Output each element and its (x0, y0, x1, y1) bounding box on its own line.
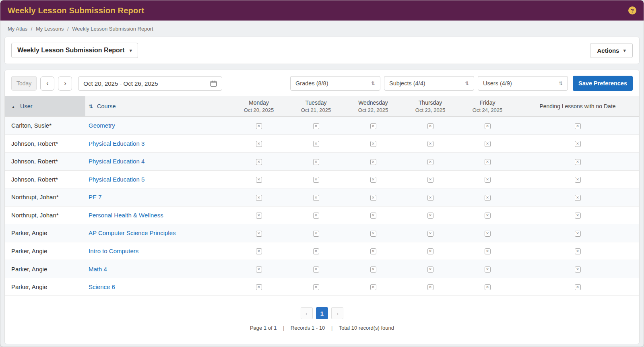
column-header-course[interactable]: ⇅ Course (85, 96, 230, 117)
no-lesson-icon: ✕ (256, 123, 262, 129)
course-link[interactable]: Personal Health & Wellness (89, 212, 163, 219)
calendar-icon[interactable] (210, 80, 217, 87)
wednesday-cell: ✕ (345, 206, 402, 224)
users-filter-select[interactable]: Users (4/9) ⇅ (478, 76, 568, 91)
no-lesson-icon: ✕ (485, 177, 491, 183)
no-lesson-icon: ✕ (370, 141, 376, 147)
save-preferences-button[interactable]: Save Preferences (573, 76, 633, 91)
no-lesson-icon: ✕ (427, 266, 433, 273)
course-link[interactable]: Science 6 (89, 283, 115, 290)
subjects-filter-select[interactable]: Subjects (4/4) ⇅ (384, 76, 474, 91)
wednesday-cell: ✕ (345, 153, 402, 171)
no-lesson-icon: ✕ (427, 213, 433, 219)
friday-cell: ✕ (459, 153, 516, 171)
course-link[interactable]: Math 4 (89, 266, 107, 273)
table-row: Johnson, Robert* Physical Education 5 ✕ … (5, 170, 639, 188)
course-cell: AP Computer Science Principles (85, 224, 230, 242)
report-selector-dropdown[interactable]: Weekly Lesson Submission Report ▾ (11, 43, 138, 58)
no-lesson-icon: ✕ (370, 195, 376, 201)
no-lesson-icon: ✕ (313, 231, 319, 237)
course-link[interactable]: AP Computer Science Principles (89, 229, 176, 236)
tuesday-cell: ✕ (287, 170, 345, 188)
pagination: ‹ 1 › (5, 307, 639, 319)
user-cell: Johnson, Robert* (5, 170, 85, 188)
no-lesson-icon: ✕ (313, 248, 319, 254)
no-lesson-icon: ✕ (575, 231, 581, 237)
day-label: Tuesday (291, 99, 341, 106)
tuesday-cell: ✕ (287, 242, 345, 260)
no-lesson-icon: ✕ (575, 248, 581, 254)
table-row: Johnson, Robert* Physical Education 4 ✕ … (5, 153, 639, 171)
users-filter-value: Users (4/9) (483, 80, 512, 87)
user-cell: Johnson, Robert* (5, 134, 85, 153)
actions-button[interactable]: Actions ▾ (590, 43, 633, 58)
no-lesson-icon: ✕ (485, 213, 491, 219)
grades-filter-select[interactable]: Grades (8/8) ⇅ (290, 76, 380, 91)
no-lesson-icon: ✕ (256, 141, 262, 147)
sort-ascending-icon: ▲ (11, 105, 15, 109)
tuesday-cell: ✕ (287, 224, 345, 242)
no-lesson-icon: ✕ (370, 266, 376, 273)
date-range-input[interactable]: Oct 20, 2025 - Oct 26, 2025 (78, 76, 222, 91)
help-icon[interactable]: ? (628, 6, 636, 14)
friday-cell: ✕ (459, 206, 516, 224)
course-link[interactable]: Geometry (89, 122, 115, 129)
thursday-cell: ✕ (402, 134, 459, 153)
course-cell: Personal Health & Wellness (85, 206, 230, 224)
no-lesson-icon: ✕ (427, 195, 433, 201)
tuesday-cell: ✕ (287, 134, 345, 153)
pagination-next-button[interactable]: › (331, 307, 343, 319)
records-range-text: Records 1 - 10 (291, 325, 325, 331)
today-button[interactable]: Today (11, 76, 37, 91)
column-header-pending: Pending Lessons with no Date (516, 96, 639, 117)
course-cell: Science 6 (85, 278, 230, 296)
previous-week-button[interactable]: ‹ (40, 76, 54, 91)
no-lesson-icon: ✕ (485, 123, 491, 129)
no-lesson-icon: ✕ (575, 159, 581, 165)
report-table: ▲ User ⇅ Course Monday Oct 20, 2025 Tues… (5, 96, 639, 296)
next-week-button[interactable]: › (58, 76, 72, 91)
friday-cell: ✕ (459, 134, 516, 153)
monday-cell: ✕ (230, 170, 287, 188)
day-label: Friday (462, 99, 513, 106)
breadcrumb: My Atlas / My Lessons / Weekly Lesson Su… (0, 21, 644, 37)
friday-cell: ✕ (459, 260, 516, 278)
friday-cell: ✕ (459, 224, 516, 242)
column-header-monday: Monday Oct 20, 2025 (230, 96, 287, 117)
no-lesson-icon: ✕ (485, 195, 491, 201)
breadcrumb-my-atlas[interactable]: My Atlas (8, 26, 27, 32)
column-header-wednesday: Wednesday Oct 22, 2025 (345, 96, 402, 117)
column-header-user[interactable]: ▲ User (5, 96, 85, 117)
wednesday-cell: ✕ (345, 224, 402, 242)
user-cell: Northrupt, Johan* (5, 206, 85, 224)
page-header: Weekly Lesson Submission Report ? (0, 0, 644, 21)
chevron-left-icon: ‹ (305, 310, 308, 317)
thursday-cell: ✕ (402, 278, 459, 296)
breadcrumb-separator: / (67, 26, 69, 32)
breadcrumb-my-lessons[interactable]: My Lessons (36, 26, 64, 32)
pending-cell: ✕ (516, 242, 639, 260)
course-cell: Physical Education 5 (85, 170, 230, 188)
no-lesson-icon: ✕ (256, 177, 262, 183)
course-link[interactable]: Intro to Computers (89, 248, 138, 254)
breadcrumb-separator: / (31, 26, 33, 32)
app-window: Weekly Lesson Submission Report ? My Atl… (0, 0, 644, 347)
table-row: Northrupt, Johan* PE 7 ✕ ✕ ✕ ✕ ✕ ✕ (5, 188, 639, 207)
course-link[interactable]: Physical Education 4 (89, 158, 144, 165)
course-link[interactable]: Physical Education 3 (89, 140, 144, 147)
course-link[interactable]: PE 7 (89, 194, 102, 200)
day-date: Oct 23, 2025 (405, 107, 456, 113)
select-arrows-icon: ⇅ (371, 81, 375, 86)
user-cell: Parker, Angie (5, 224, 85, 242)
no-lesson-icon: ✕ (485, 248, 491, 254)
total-records-text: Total 10 record(s) found (339, 325, 394, 331)
monday-cell: ✕ (230, 260, 287, 278)
tuesday-cell: ✕ (287, 206, 345, 224)
summary-separator: | (331, 325, 332, 331)
pagination-page-1-button[interactable]: 1 (316, 307, 328, 319)
sort-icon: ⇅ (89, 103, 93, 109)
summary-separator: | (283, 325, 284, 331)
pagination-prev-button[interactable]: ‹ (301, 307, 313, 319)
course-link[interactable]: Physical Education 5 (89, 176, 144, 183)
column-header-tuesday: Tuesday Oct 21, 2025 (287, 96, 345, 117)
